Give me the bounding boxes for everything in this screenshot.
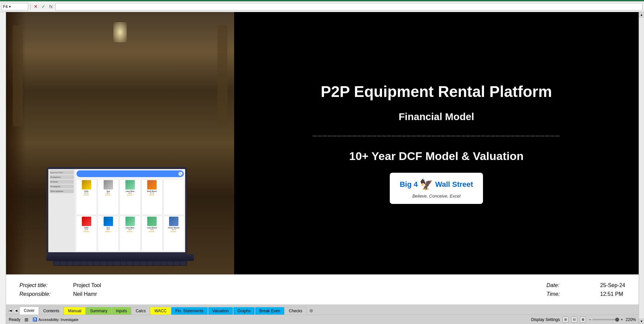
vertical-scrollbar[interactable]: ▲ ▼ — [639, 12, 644, 324]
page-layout-btn[interactable]: ⊟ — [571, 317, 577, 323]
ready-label: Ready — [9, 317, 20, 322]
logo-wallstreet: Wall Street — [435, 180, 473, 189]
date-label: Date: — [546, 282, 593, 288]
tab-inputs[interactable]: Inputs — [112, 307, 131, 315]
date-value: 25-Sep-24 — [600, 282, 625, 288]
tab-checks[interactable]: Checks — [284, 307, 307, 315]
responsible-value: Neil Hamr — [73, 291, 97, 297]
row-sidebar — [0, 12, 6, 324]
tab-cover[interactable]: Cover — [19, 307, 39, 315]
project-title-row: Project title: Project Tool — [19, 282, 101, 288]
zoom-control: − + 220% — [589, 317, 636, 322]
tab-graphs[interactable]: Graphs — [233, 307, 255, 315]
laptop-image: Equipment for Rental All equipment All b… — [46, 167, 194, 268]
sheet-tabs-bar: |◀ ◀ ▶ ▶| Cover Contents Manual Summary … — [6, 305, 639, 315]
logo-big4: Big 4 — [400, 180, 418, 189]
display-settings-label[interactable]: Display Settings — [531, 317, 560, 322]
time-label: Time: — [546, 291, 593, 297]
status-left: Ready ⊞ ♿ Accessibility: Investigate — [9, 317, 78, 322]
zoom-slider[interactable] — [592, 319, 619, 320]
cover-divider: ────────────────────────────────────────… — [313, 132, 560, 140]
cover-image-placeholder: Equipment for Rental All equipment All b… — [6, 12, 234, 274]
bottom-info: Project title: Project Tool Responsible:… — [6, 274, 639, 305]
logo-tagline: Believe, Conceive, Excel — [412, 194, 460, 199]
responsible-row: Responsible: Neil Hamr — [19, 291, 101, 297]
excel-main: Equipment for Rental All equipment All b… — [0, 12, 644, 324]
tab-fin-statements[interactable]: Fin. Statements — [171, 307, 208, 315]
formula-divider — [30, 3, 31, 10]
date-row: Date: 25-Sep-24 — [546, 282, 625, 288]
zoom-out-btn[interactable]: − — [589, 317, 591, 322]
cover-image-area: Equipment for Rental All equipment All b… — [6, 12, 234, 274]
scroll-down-btn[interactable]: ▼ — [639, 319, 644, 324]
tab-add-button[interactable]: ⊕ — [307, 307, 316, 315]
tab-break-even[interactable]: Break Even — [255, 307, 284, 315]
confirm-icon[interactable]: ✓ — [40, 3, 47, 10]
fx-icon: fx — [48, 3, 54, 10]
formula-bar: F4 ▼ ✕ ✓ fx — [0, 1, 644, 12]
tab-calcs[interactable]: Calcs — [131, 307, 150, 315]
zoom-level: 220% — [626, 317, 636, 322]
info-right: Date: 25-Sep-24 Time: 12:51 PM — [546, 282, 625, 297]
tab-valuation[interactable]: Valuation — [208, 307, 233, 315]
info-left: Project title: Project Tool Responsible:… — [19, 282, 101, 297]
cover-subtitle: Financial Model — [398, 111, 474, 122]
accessibility-icon: ♿ — [33, 317, 37, 322]
accessibility-label: Accessibility: Investigate — [39, 318, 78, 322]
status-bar: Ready ⊞ ♿ Accessibility: Investigate Dis… — [6, 315, 639, 324]
sheet-content: Equipment for Rental All equipment All b… — [6, 12, 639, 274]
time-value: 12:51 PM — [600, 291, 623, 297]
normal-view-btn[interactable]: ⊞ — [562, 317, 569, 323]
cover-slide: Equipment for Rental All equipment All b… — [6, 12, 639, 274]
tab-contents[interactable]: Contents — [39, 307, 64, 315]
project-title-value: Project Tool — [73, 282, 101, 288]
cover-description: 10+ Year DCF Model & Valuation — [349, 150, 524, 163]
formula-input[interactable] — [55, 3, 643, 10]
tab-nav-prev[interactable]: ◀ — [13, 308, 19, 313]
tab-nav-first[interactable]: |◀ — [7, 308, 13, 313]
cell-reference[interactable]: F4 ▼ — [1, 3, 28, 10]
page-break-btn[interactable]: ⊠ — [580, 317, 586, 323]
accessibility-button[interactable]: ♿ Accessibility: Investigate — [33, 317, 78, 322]
cancel-icon[interactable]: ✕ — [33, 3, 39, 10]
cover-logo-box: Big 4 🦅 Wall Street Believe, Conceive, E… — [390, 173, 483, 204]
zoom-in-btn[interactable]: + — [621, 317, 623, 322]
cell-mode-icon: ⊞ — [24, 317, 29, 322]
content-area: Equipment for Rental All equipment All b… — [6, 12, 639, 324]
scroll-up-btn[interactable]: ▲ — [639, 12, 644, 17]
tab-manual[interactable]: Manual — [64, 307, 86, 315]
status-right: Display Settings ⊞ ⊟ ⊠ − + 220% — [531, 317, 636, 323]
logo-eagle-icon: 🦅 — [420, 178, 433, 191]
scroll-track[interactable] — [639, 17, 644, 319]
logo-content: Big 4 🦅 Wall Street — [400, 178, 473, 191]
time-row: Time: 12:51 PM — [546, 291, 625, 297]
tab-summary[interactable]: Summary — [86, 307, 111, 315]
tab-wacc[interactable]: WACC — [150, 307, 171, 315]
cover-text-area: P2P Equipment Rental Platform Financial … — [234, 12, 639, 274]
responsible-label: Responsible: — [19, 291, 66, 297]
project-title-label: Project title: — [19, 282, 66, 288]
cover-title: P2P Equipment Rental Platform — [321, 83, 552, 101]
